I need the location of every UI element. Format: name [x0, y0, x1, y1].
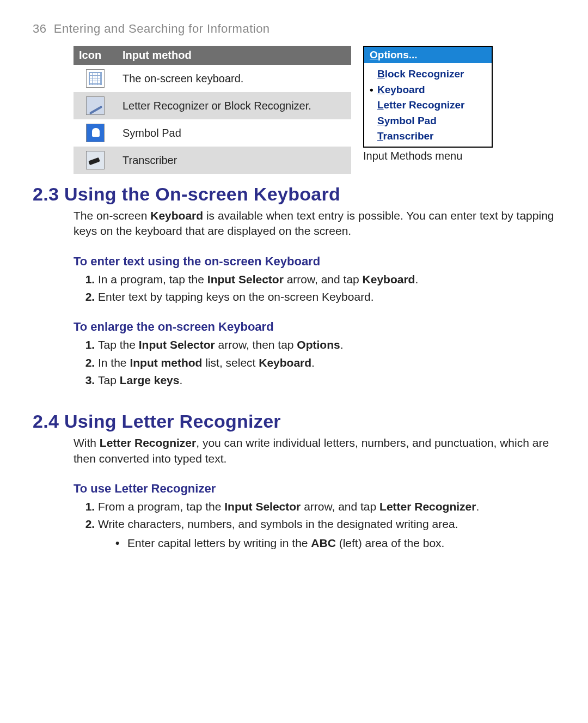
menu-caption: Input Methods menu — [363, 150, 493, 162]
symbol-pad-icon — [86, 124, 105, 142]
menu-title-options[interactable]: Options... — [364, 47, 492, 63]
input-methods-menu-figure: Options... Block Recognizer Keyboard Let… — [363, 46, 493, 162]
table-cell: Symbol Pad — [117, 119, 351, 147]
table-cell: The on-screen keyboard. — [117, 65, 351, 92]
menu-item-block-recognizer[interactable]: Block Recognizer — [370, 66, 486, 82]
section-2-3-intro: The on-screen Keyboard is available when… — [74, 208, 555, 239]
table-cell: Letter Recognizer or Block Recognizer. — [117, 92, 351, 119]
list-item: Enter capital letters by writing in the … — [115, 536, 555, 551]
steps-enlarge: Tap the Input Selector arrow, then tap O… — [98, 337, 555, 388]
table-row: Symbol Pad — [74, 119, 351, 147]
list-item: Tap Large keys. — [98, 373, 555, 388]
transcriber-icon — [86, 151, 105, 169]
sub-heading-use-letter-recognizer: To use Letter Recognizer — [74, 482, 555, 496]
menu-title-rest: ptions... — [378, 49, 418, 60]
top-figure-row: Icon Input method The on-screen keyboard… — [74, 46, 555, 174]
section-2-4-intro: With Letter Recognizer, you can write in… — [74, 435, 555, 466]
menu-item-keyboard[interactable]: Keyboard — [370, 82, 486, 98]
table-row: The on-screen keyboard. — [74, 65, 351, 92]
table-cell: Transcriber — [117, 147, 351, 174]
list-item: Enter text by tapping keys on the on-scr… — [98, 289, 555, 305]
menu-item-symbol-pad[interactable]: Symbol Pad — [370, 113, 486, 129]
list-item: Tap the Input Selector arrow, then tap O… — [98, 337, 555, 353]
page-number: 36 — [33, 22, 46, 35]
list-item: Write characters, numbers, and symbols i… — [98, 517, 555, 551]
sub-heading-enlarge: To enlarge the on-screen Keyboard — [74, 320, 555, 334]
menu-item-transcriber[interactable]: Transcriber — [370, 129, 486, 144]
chapter-title: Entering and Searching for Information — [54, 22, 270, 35]
input-methods-menu: Options... Block Recognizer Keyboard Let… — [363, 46, 493, 148]
input-method-table: Icon Input method The on-screen keyboard… — [74, 46, 351, 174]
keyboard-icon — [86, 69, 105, 88]
table-header-method: Input method — [117, 46, 351, 65]
list-item: In a program, tap the Input Selector arr… — [98, 272, 555, 287]
table-row: Letter Recognizer or Block Recognizer. — [74, 92, 351, 119]
list-item: From a program, tap the Input Selector a… — [98, 499, 555, 514]
table-header-icon: Icon — [74, 46, 117, 65]
pen-icon — [86, 96, 105, 115]
menu-item-letter-recognizer[interactable]: Letter Recognizer — [370, 98, 486, 113]
section-heading-2-3: 2.3 Using the On-screen Keyboard — [33, 184, 555, 205]
section-heading-2-4: 2.4 Using Letter Recognizer — [33, 411, 555, 432]
steps-letter-recognizer: From a program, tap the Input Selector a… — [98, 499, 555, 551]
steps-enter-text: In a program, tap the Input Selector arr… — [98, 272, 555, 305]
page-header: 36 Entering and Searching for Informatio… — [33, 22, 555, 36]
sub-heading-enter-text: To enter text using the on-screen Keyboa… — [74, 254, 555, 269]
sub-bullets: Enter capital letters by writing in the … — [115, 536, 555, 551]
table-row: Transcriber — [74, 147, 351, 174]
list-item: In the Input method list, select Keyboar… — [98, 355, 555, 370]
menu-title-hotkey: O — [370, 49, 378, 60]
